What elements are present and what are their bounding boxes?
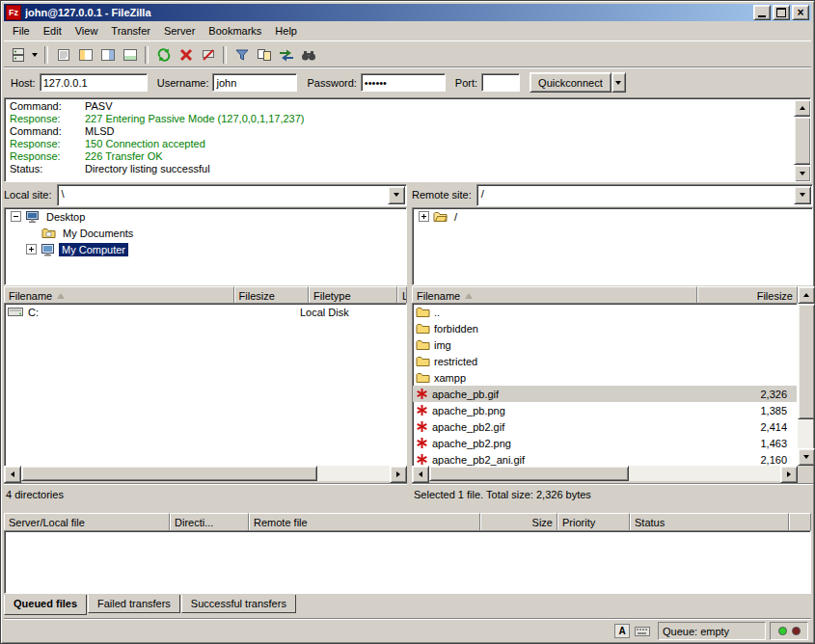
remote-pane: Remote site: / / Filename Filesize .. — [412, 184, 813, 505]
window-controls: × — [753, 5, 809, 20]
disconnect-button[interactable] — [197, 44, 219, 66]
column-header-direction[interactable]: Directi... — [170, 513, 249, 531]
scrollbar-track[interactable] — [429, 466, 780, 481]
file-row[interactable]: apache_pb.png 1,385 — [413, 402, 797, 418]
filter-button[interactable] — [231, 44, 253, 66]
file-row[interactable]: C: Local Disk — [5, 304, 406, 320]
image-file-icon — [416, 420, 428, 433]
scrollbar-track[interactable] — [21, 466, 390, 481]
log-text: MLSD — [85, 125, 115, 137]
file-row[interactable]: forbidden — [413, 320, 797, 336]
find-files-button[interactable] — [297, 44, 319, 66]
menu-file[interactable]: File — [6, 22, 37, 40]
queue-list[interactable] — [4, 530, 811, 594]
column-label: Filesize — [239, 290, 275, 302]
scrollbar-thumb[interactable] — [429, 466, 629, 481]
column-label: Directi... — [175, 517, 213, 528]
remote-horizontal-scrollbar[interactable] — [412, 466, 798, 481]
file-row[interactable]: img — [413, 336, 797, 353]
tree-item-my-documents[interactable]: My Documents — [5, 225, 406, 241]
queue-header: Server/Local file Directi... Remote file… — [4, 513, 811, 530]
toggle-message-log-button[interactable] — [52, 44, 74, 66]
host-input[interactable] — [40, 73, 148, 92]
column-header-status[interactable]: Status — [630, 513, 789, 531]
file-row[interactable]: restricted — [413, 353, 797, 369]
scrollbar-thumb[interactable] — [794, 117, 811, 165]
toggle-local-tree-button[interactable] — [74, 44, 96, 66]
scroll-down-button[interactable] — [794, 165, 811, 182]
scroll-up-button[interactable] — [794, 99, 811, 117]
tree-item-my-computer[interactable]: My Computer — [5, 241, 406, 257]
arrow-up-icon — [803, 293, 809, 297]
cancel-button[interactable] — [175, 44, 197, 66]
close-button[interactable]: × — [792, 5, 809, 20]
column-header-filler — [789, 513, 811, 531]
tab-failed-transfers[interactable]: Failed transfers — [88, 595, 180, 613]
password-input[interactable] — [361, 73, 446, 92]
minimize-button[interactable] — [753, 5, 771, 20]
column-header-server-local-file[interactable]: Server/Local file — [4, 513, 170, 531]
username-input[interactable] — [212, 73, 297, 92]
tab-queued-files[interactable]: Queued files — [4, 595, 87, 615]
file-type: Local Disk — [300, 307, 382, 318]
combo-dropdown-button[interactable] — [794, 186, 811, 204]
tab-successful-transfers[interactable]: Successful transfers — [181, 595, 296, 613]
combo-dropdown-button[interactable] — [388, 186, 405, 204]
scroll-right-button[interactable] — [780, 466, 798, 483]
directory-comparison-button[interactable] — [253, 44, 275, 66]
column-header-priority[interactable]: Priority — [557, 513, 630, 531]
tree-item-desktop[interactable]: Desktop — [5, 208, 406, 225]
file-row-selected[interactable]: apache_pb.gif 2,326 — [413, 386, 797, 402]
quickconnect-dropdown-button[interactable] — [611, 72, 626, 93]
scrollbar-thumb[interactable] — [21, 466, 317, 481]
titlebar[interactable]: Fz john@127.0.0.1 - FileZilla × — [4, 4, 811, 21]
menu-view[interactable]: View — [68, 22, 105, 40]
file-name: apache_pb.png — [432, 405, 681, 416]
menu-server[interactable]: Server — [157, 22, 202, 40]
column-header-remote-file[interactable]: Remote file — [249, 513, 480, 531]
file-name: img — [434, 339, 681, 351]
file-row[interactable]: apache_pb2.png 1,463 — [413, 435, 797, 451]
scroll-down-button[interactable] — [798, 448, 815, 466]
sync-arrows-icon — [279, 47, 294, 63]
menu-transfer[interactable]: Transfer — [104, 22, 157, 40]
file-row[interactable]: xampp — [413, 369, 797, 386]
expand-icon[interactable] — [26, 244, 37, 255]
tree-item-label: Desktop — [43, 210, 88, 224]
quickconnect-button[interactable]: Quickconnect — [530, 72, 611, 93]
scroll-right-button[interactable] — [390, 466, 407, 483]
file-row[interactable]: .. — [413, 304, 797, 320]
local-horizontal-scrollbar[interactable] — [4, 466, 407, 481]
scroll-left-button[interactable] — [4, 466, 21, 483]
scrollbar-track[interactable] — [798, 419, 813, 448]
remote-site-combo[interactable]: / — [476, 184, 813, 206]
refresh-button[interactable] — [152, 44, 175, 66]
local-site-combo[interactable]: \ — [57, 184, 407, 206]
log-line: Command:MLSD — [7, 125, 791, 138]
maximize-button[interactable] — [773, 5, 790, 20]
scrollbar-thumb[interactable] — [798, 304, 815, 419]
collapse-icon[interactable] — [11, 211, 21, 222]
menu-help[interactable]: Help — [268, 22, 304, 40]
menu-edit[interactable]: Edit — [37, 22, 68, 40]
site-manager-dropdown-button[interactable] — [29, 44, 41, 66]
remote-vertical-scrollbar[interactable] — [798, 286, 813, 466]
tree-item-root[interactable]: / — [413, 208, 812, 225]
toggle-transfer-queue-button[interactable] — [119, 44, 141, 66]
file-row[interactable]: apache_pb2.gif 2,414 — [413, 418, 797, 435]
menu-bookmarks[interactable]: Bookmarks — [202, 22, 268, 40]
remote-site-row: Remote site: / — [412, 184, 813, 205]
arrow-right-icon — [787, 471, 791, 477]
toolbar — [4, 40, 811, 67]
remote-site-value: / — [481, 188, 484, 200]
column-header-size[interactable]: Size — [480, 513, 557, 531]
scroll-left-button[interactable] — [412, 466, 429, 483]
synchronized-browsing-button[interactable] — [275, 44, 297, 66]
arrow-up-icon — [800, 106, 805, 110]
site-manager-button[interactable] — [7, 44, 29, 66]
expand-icon[interactable] — [419, 211, 429, 222]
port-input[interactable] — [481, 73, 520, 92]
scroll-up-button[interactable] — [798, 286, 815, 304]
log-scrollbar[interactable] — [794, 99, 809, 180]
toggle-remote-tree-button[interactable] — [96, 44, 119, 66]
